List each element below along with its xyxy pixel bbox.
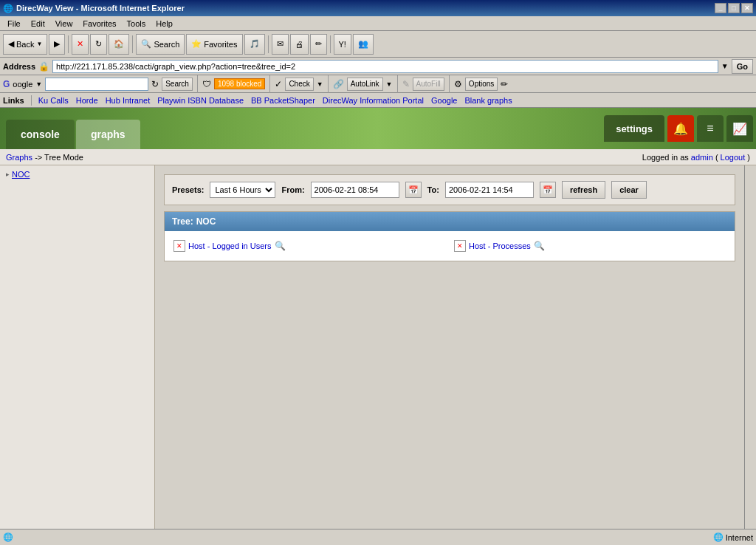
logout-link[interactable]: Logout [721,153,746,162]
address-input[interactable] [52,60,718,73]
logged-in-area: Logged in as admin ( Logout ) [642,153,750,162]
back-icon: ◀ [8,39,14,49]
broken-image-1: ✕ [173,240,185,252]
refresh-icon: ↻ [95,39,102,49]
menu-favorites[interactable]: Favorites [78,18,120,30]
window-title: DirecWay View - Microsoft Internet Explo… [16,4,185,13]
menu-edit[interactable]: Edit [27,18,49,30]
link-horde[interactable]: Horde [73,95,101,106]
title-bar: 🌐 DirecWay View - Microsoft Internet Exp… [0,0,756,16]
print-button[interactable]: 🖨 [290,34,309,55]
lock-icon: 🔒 [38,61,49,72]
options-icon: ⚙ [454,79,462,89]
graph-search-icon-2[interactable]: 🔍 [534,240,546,252]
link-direcway[interactable]: DirecWay Information Portal [320,95,427,106]
google-search-button[interactable]: Search [162,78,193,91]
home-button[interactable]: 🏠 [109,34,129,55]
refresh-button[interactable]: ↻ [90,34,107,55]
link-blank-graphs[interactable]: Blank graphs [461,95,515,106]
breadcrumb: Graphs -> Tree Mode [6,153,83,162]
check-icon: ✓ [275,79,282,89]
graph-link-logged-in-users[interactable]: Host - Logged in Users [188,241,272,250]
tree-table-header: Tree: NOC [165,212,735,231]
to-date-input[interactable] [445,182,534,198]
google-refresh-icon: ↻ [151,79,159,89]
autolink-button[interactable]: AutoLink [347,78,383,91]
options-button[interactable]: Options [465,78,498,91]
presets-select[interactable]: Last 6 Hours [210,182,275,198]
link-hub-intranet[interactable]: Hub Intranet [103,95,154,106]
google-separator-2 [269,75,270,93]
link-bb-packetshaper[interactable]: BB PacketShaper [248,95,318,106]
link-ku-calls[interactable]: Ku Calls [35,95,72,106]
tree-table-body: ✕ Host - Logged in Users 🔍 ✕ Host - Proc… [165,231,735,261]
calendar-icon: 📅 [408,185,419,195]
google-dropdown-icon[interactable]: ▼ [35,80,42,88]
stop-button[interactable]: ✕ [72,34,89,55]
graph-item-logged-in-users[interactable]: ✕ Host - Logged in Users 🔍 [171,237,448,255]
shield-icon: 🛡 [202,79,211,89]
tab-graphs[interactable]: graphs [76,120,140,149]
tree-item-noc[interactable]: ▸ NOC [3,168,151,180]
autolink-dropdown-icon[interactable]: ▼ [386,80,393,88]
toolbar-separator-4 [330,35,331,53]
username-link[interactable]: admin [691,153,713,162]
forward-button[interactable]: ▶ [49,34,65,55]
from-date-input[interactable] [311,182,399,198]
presets-label: Presets: [172,185,204,194]
google-separator-5 [449,75,450,93]
refresh-button-ctrl[interactable]: refresh [562,181,605,199]
google-separator-4 [397,75,398,93]
people-button[interactable]: 👥 [353,34,374,55]
edit-button[interactable]: ✏ [310,34,327,55]
clear-button[interactable]: clear [611,181,647,199]
graph-search-icon-1[interactable]: 🔍 [275,240,286,252]
home-icon: 🏠 [114,39,124,49]
link-google[interactable]: Google [428,95,460,106]
internet-zone: 🌐 Internet [713,532,753,542]
pencil-icon: ✏ [501,79,508,89]
google-search-input[interactable] [45,78,148,91]
forward-icon: ▶ [54,39,60,49]
link-playwin[interactable]: Playwin ISBN Database [154,95,247,106]
back-button[interactable]: ◀ Back ▼ [3,34,47,55]
favorites-button[interactable]: ⭐ Favorites [186,34,242,55]
mail-button[interactable]: ✉ [272,34,289,55]
graph-item-processes[interactable]: ✕ Host - Processes 🔍 [451,237,729,255]
dropdown-icon[interactable]: ▼ [721,62,729,70]
autofill-button[interactable]: AutoFill [413,78,444,91]
menu-view[interactable]: View [51,18,78,30]
tree-node-label-noc[interactable]: NOC [12,170,30,179]
tab-console[interactable]: console [6,120,75,149]
controls-row: Presets: Last 6 Hours From: 📅 To: 📅 refr… [164,174,735,205]
menu-help[interactable]: Help [151,18,177,30]
search-button[interactable]: 🔍 Search [136,34,185,55]
list-button[interactable]: ≡ [697,115,724,142]
back-dropdown-icon[interactable]: ▼ [36,41,42,47]
alert-button[interactable]: 🔔 [667,115,694,142]
people-icon: 👥 [358,39,368,49]
from-calendar-button[interactable]: 📅 [405,182,422,198]
autofill-icon: ✎ [402,79,410,89]
to-calendar-button[interactable]: 📅 [540,182,556,198]
check-dropdown-icon[interactable]: ▼ [317,80,323,88]
print-icon: 🖨 [295,40,303,49]
go-button[interactable]: Go [732,59,753,74]
media-button[interactable]: 🎵 [244,34,265,55]
maximize-button[interactable]: □ [728,3,740,13]
menu-file[interactable]: File [3,18,25,30]
title-bar-buttons[interactable]: _ □ ✕ [715,3,753,13]
yahoo-button[interactable]: Y! [334,34,351,55]
menu-tools[interactable]: Tools [123,18,151,30]
check-button[interactable]: Check [285,78,313,91]
graph-button[interactable]: 📈 [726,115,753,142]
breadcrumb-graphs-link[interactable]: Graphs [6,153,32,162]
graph-link-processes[interactable]: Host - Processes [469,241,531,250]
close-button[interactable]: ✕ [741,3,753,13]
scroll-track[interactable] [744,165,756,545]
minimize-button[interactable]: _ [715,3,726,13]
address-label: Address [3,62,35,71]
google-bar: G oogle ▼ ↻ Search 🛡 1098 blocked ✓ Chec… [0,75,756,93]
header-right: settings 🔔 ≡ 📈 [604,108,756,149]
settings-button[interactable]: settings [604,115,664,142]
